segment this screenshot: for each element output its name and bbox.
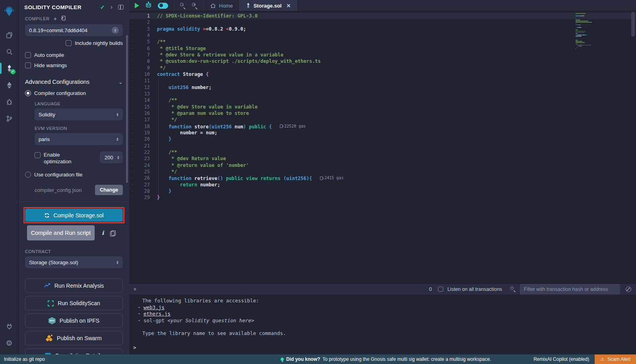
change-config-button[interactable]: Change [95,185,123,195]
run-remix-analysis-button[interactable]: Run Remix Analysis [25,279,123,293]
solidity-compiler-icon[interactable]: ✓ [0,60,19,77]
code-line[interactable]: 25 */ [129,168,636,175]
enable-optimization-checkbox[interactable] [35,152,41,158]
publish-ipfs-button[interactable]: IPFS Publish on IPFS [25,314,123,328]
code-line[interactable]: 23 * @dev Return value [129,155,636,162]
use-config-file-radio[interactable] [25,172,31,178]
line-number: 25 [129,168,150,175]
code-editor[interactable]: 1// SPDX-License-Identifier: GPL-3.023pr… [129,12,636,283]
line-number: 11 [129,77,150,84]
publish-swarm-button[interactable]: Publish on Swarm [25,331,123,345]
copilot-toggle[interactable] [158,3,168,9]
code-line[interactable]: 9 */ [129,65,636,71]
transaction-count: 0 [429,286,432,292]
close-tab-icon[interactable]: ✕ [286,3,291,9]
play-icon[interactable] [135,3,139,8]
code-line[interactable]: 6 * @title Storage [129,45,636,52]
code-line[interactable]: 19 number = num; [129,130,636,136]
code-line[interactable]: 21 [129,143,636,149]
advanced-configurations-toggle[interactable]: Advanced Configurations ⌄ [25,79,123,85]
code-line[interactable]: 15 * @dev Store value in variable [129,104,636,110]
code-line[interactable]: 26 function retrieve() public view retur… [129,175,636,181]
minimap-line [576,23,612,24]
minimap-line [576,17,612,18]
hide-warnings-checkbox[interactable] [25,62,31,68]
web3-link[interactable]: web3.js [143,304,165,311]
zoom-in-icon[interactable]: + [192,2,198,9]
compile-run-tooltip: Compile and Run script [27,225,95,240]
terminal[interactable]: The following libraries are accessible: … [129,294,636,354]
contract-select[interactable]: Storage (Storage.sol) ▲▼ [25,256,123,268]
code-line[interactable]: 5/** [129,39,636,45]
code-line[interactable]: 3pragma solidity >=0.8.2 <0.9.0; [129,26,636,32]
auto-compile-checkbox[interactable] [25,52,31,58]
tab-storage-sol[interactable]: Storage.sol ✕ [240,0,298,11]
code-line[interactable]: 18 function store(uint256 num) public {2… [129,123,636,130]
ethers-link[interactable]: ethers.js [143,311,171,318]
deploy-run-icon[interactable] [0,77,19,93]
remix-logo-icon[interactable] [0,3,19,19]
git-icon[interactable] [0,110,19,127]
debugger-icon[interactable] [0,93,19,110]
compiler-config-radio-row: Compiler configuration [25,90,123,96]
git-init-button[interactable]: Initialize as git repo [0,356,45,362]
compiler-version-select[interactable]: 0.8.19+commit.7dd6d404 ▲▼ [25,24,123,36]
import-compiler-icon[interactable] [61,15,66,22]
language-select[interactable]: Solidity ▲▼ [35,108,123,120]
run-solidityscan-button[interactable]: Run SolidityScan [25,296,123,310]
code-line[interactable]: 22 /** [129,149,636,155]
runs-stepper-icon[interactable]: ▲▼ [117,155,120,159]
panel-scrollbar[interactable] [126,35,128,183]
transaction-filter-input[interactable] [520,284,620,294]
info-icon[interactable]: i [102,230,104,236]
code-line[interactable]: 29} [129,194,636,201]
listen-transactions-checkbox[interactable] [438,287,443,292]
code-line[interactable]: 14 /** [129,97,636,103]
compiler-config-radio[interactable] [25,90,31,96]
copy-icon[interactable] [110,230,114,236]
optimization-runs-input[interactable]: 200 ▲▼ [100,151,123,163]
chevron-right-icon[interactable]: › [111,4,112,11]
minimap-line [576,19,612,20]
terminal-prompt[interactable]: > [133,345,136,350]
nightly-builds-checkbox[interactable] [66,40,72,46]
compilation-details-button[interactable]: Compilation Details [25,349,123,354]
code-line[interactable]: 28 } [129,188,636,194]
code-line[interactable]: 27 return number; [129,182,636,188]
search-icon[interactable] [0,43,19,60]
scam-alert-button[interactable]: ⚠ Scam Alert [595,354,636,364]
code-line[interactable]: 4 [129,32,636,39]
code-line[interactable]: 20 } [129,136,636,142]
minimap[interactable] [576,13,612,50]
code-line[interactable]: 16 * @param num value to store [129,110,636,116]
code-line[interactable]: 12 uint256 number; [129,84,636,91]
code-line[interactable]: 2 [129,19,636,25]
code-line[interactable]: 1// SPDX-License-Identifier: GPL-3.0 [129,13,636,19]
terminal-output: The following libraries are accessible: … [129,294,636,337]
settings-icon[interactable]: ⚙ [0,335,19,351]
compile-button[interactable]: Compile Storage.sol [25,209,123,222]
pin-panel-icon[interactable] [118,5,124,10]
copilot-status[interactable]: RemixAI Copilot (enabled) [533,356,589,362]
code-line[interactable]: 10contract Storage { [129,71,636,77]
code-line[interactable]: 8 * @custom:dev-run-script ./scripts/dep… [129,58,636,64]
file-explorer-icon[interactable] [0,27,19,43]
code-line[interactable]: 17 */ [129,116,636,123]
plugin-manager-icon[interactable] [0,318,19,335]
icon-rail: ✓ ⚙ [0,0,19,354]
add-compiler-icon[interactable]: + [53,17,57,21]
code-text: /** [157,149,177,155]
nightly-builds-row: Include nightly builds [25,40,123,46]
code-line[interactable]: 24 * @return value of 'number' [129,162,636,168]
ai-assistant-icon[interactable] [145,2,152,10]
evm-version-select[interactable]: paris ▲▼ [35,133,123,145]
editor-scrollbar[interactable] [631,12,635,37]
tooltip-row: Compile and Run script i [27,225,129,240]
code-line[interactable]: 11 [129,77,636,84]
tab-home[interactable]: Home [204,0,240,11]
zoom-out-icon[interactable]: − [180,2,186,9]
collapse-terminal-icon[interactable]: » [132,288,138,290]
code-line[interactable]: 13 [129,91,636,97]
code-line[interactable]: 7 * @dev Store & retrieve value in a var… [129,52,636,58]
clear-console-icon[interactable] [626,287,631,292]
